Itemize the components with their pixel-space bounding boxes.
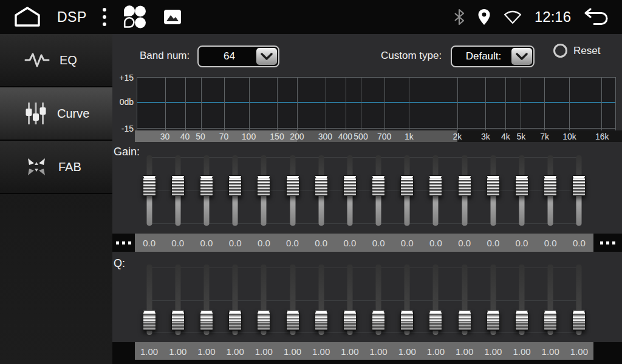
freq-gridline	[601, 78, 602, 130]
q-slider[interactable]	[135, 265, 163, 335]
q-slider[interactable]	[192, 265, 220, 335]
gain-slider-handle[interactable]	[572, 175, 586, 196]
band-num-select[interactable]: 64	[197, 46, 279, 67]
q-slider[interactable]	[479, 265, 507, 335]
q-slider[interactable]	[335, 265, 364, 335]
q-slider-handle[interactable]	[458, 310, 471, 331]
menu-kebab-icon[interactable]	[103, 8, 106, 26]
gain-slider-handle[interactable]	[400, 175, 414, 196]
q-slider[interactable]	[536, 265, 565, 335]
q-slider-handle[interactable]	[143, 310, 156, 331]
back-icon[interactable]	[583, 8, 609, 26]
gain-slider[interactable]	[565, 155, 593, 226]
q-slider[interactable]	[565, 265, 593, 335]
gain-slider[interactable]	[507, 155, 536, 226]
gain-slider-handle[interactable]	[315, 175, 328, 196]
gain-value: 0.0	[565, 234, 593, 252]
freq-tick-label: 1k	[405, 132, 414, 141]
curve-panel: Band num: 64 Custom type: Default: Reset…	[112, 34, 622, 364]
custom-type-select[interactable]: Default:	[451, 46, 535, 67]
home-icon[interactable]	[13, 6, 41, 28]
sidebar-item-fab[interactable]: FAB	[0, 141, 112, 194]
q-slider-handle[interactable]	[228, 310, 242, 331]
gain-slider-handle[interactable]	[487, 175, 500, 196]
q-slider[interactable]	[307, 265, 335, 335]
q-slider[interactable]	[364, 265, 393, 335]
q-slider[interactable]	[507, 265, 536, 335]
gain-slider[interactable]	[221, 155, 250, 226]
q-value: 1.00	[536, 342, 565, 360]
q-slider-handle[interactable]	[429, 310, 442, 331]
gain-more-left-button[interactable]	[112, 234, 135, 252]
gain-slider[interactable]	[278, 155, 307, 226]
gain-slider[interactable]	[479, 155, 507, 226]
gain-slider-handle[interactable]	[257, 175, 270, 196]
band-num-value: 64	[199, 50, 256, 62]
gallery-icon[interactable]	[163, 9, 182, 25]
q-slider-handle[interactable]	[171, 310, 185, 331]
gain-slider-handle[interactable]	[143, 175, 156, 196]
gain-slider-handle[interactable]	[372, 175, 385, 196]
sliders-icon	[24, 101, 47, 126]
gain-slider[interactable]	[250, 155, 278, 226]
gain-slider-handle[interactable]	[171, 175, 185, 196]
freq-gridline	[521, 78, 521, 130]
gain-slider-handle[interactable]	[515, 175, 528, 196]
q-value: 1.00	[364, 342, 393, 360]
gain-slider[interactable]	[192, 155, 220, 226]
gain-slider[interactable]	[536, 155, 565, 226]
q-slider-handle[interactable]	[343, 310, 357, 331]
freq-tick-label: 4k	[501, 132, 510, 141]
sidebar-item-curve[interactable]: Curve	[0, 87, 112, 141]
freq-gridline	[569, 78, 570, 130]
sidebar-item-eq[interactable]: EQ	[0, 34, 112, 87]
gain-slider-handle[interactable]	[228, 175, 242, 196]
q-slider-handle[interactable]	[400, 310, 414, 331]
gain-value: 0.0	[278, 234, 307, 252]
bluetooth-icon	[453, 8, 465, 25]
gain-slider[interactable]	[135, 155, 163, 226]
q-slider-handle[interactable]	[372, 310, 385, 331]
q-slider[interactable]	[422, 265, 450, 335]
freq-gridline	[505, 78, 506, 130]
gain-slider[interactable]	[450, 155, 479, 226]
gain-slider[interactable]	[422, 155, 450, 226]
sidebar: EQ Curve FAB	[0, 34, 112, 364]
gain-slider[interactable]	[307, 155, 335, 226]
custom-type-label: Custom type:	[381, 50, 442, 62]
q-slider-handle[interactable]	[286, 310, 299, 331]
gain-more-right-button[interactable]	[593, 234, 622, 252]
gain-value: 0.0	[192, 234, 220, 252]
q-slider[interactable]	[221, 265, 250, 335]
q-slider-handle[interactable]	[200, 310, 213, 331]
gain-slider[interactable]	[393, 155, 422, 226]
q-slider-handle[interactable]	[257, 310, 270, 331]
q-slider[interactable]	[163, 265, 192, 335]
gain-slider-handle[interactable]	[544, 175, 557, 196]
gain-slider-handle[interactable]	[200, 175, 213, 196]
fab-arrows-icon	[24, 155, 49, 179]
q-slider-handle[interactable]	[515, 310, 528, 331]
q-slider-handle[interactable]	[315, 310, 328, 331]
gain-value: 0.0	[364, 234, 393, 252]
gain-slider-handle[interactable]	[458, 175, 471, 196]
q-slider[interactable]	[393, 265, 422, 335]
gain-slider-handle[interactable]	[343, 175, 357, 196]
gain-slider-handle[interactable]	[429, 175, 442, 196]
apps-clover-icon[interactable]	[122, 5, 148, 29]
gain-slider[interactable]	[163, 155, 192, 226]
q-slider-handle[interactable]	[487, 310, 500, 331]
q-slider-handle[interactable]	[544, 310, 557, 331]
freq-tick-label: 40	[180, 132, 190, 141]
freq-tick-label: 2k	[453, 132, 462, 141]
q-values: 1.001.001.001.001.001.001.001.001.001.00…	[135, 342, 593, 360]
reset-button[interactable]: Reset	[553, 44, 600, 58]
q-slider[interactable]	[278, 265, 307, 335]
q-slider[interactable]	[250, 265, 278, 335]
q-slider-handle[interactable]	[572, 310, 586, 331]
freq-gridline	[224, 78, 225, 130]
gain-slider[interactable]	[364, 155, 393, 226]
gain-slider-handle[interactable]	[286, 175, 299, 196]
gain-slider[interactable]	[335, 155, 364, 226]
q-slider[interactable]	[450, 265, 479, 335]
